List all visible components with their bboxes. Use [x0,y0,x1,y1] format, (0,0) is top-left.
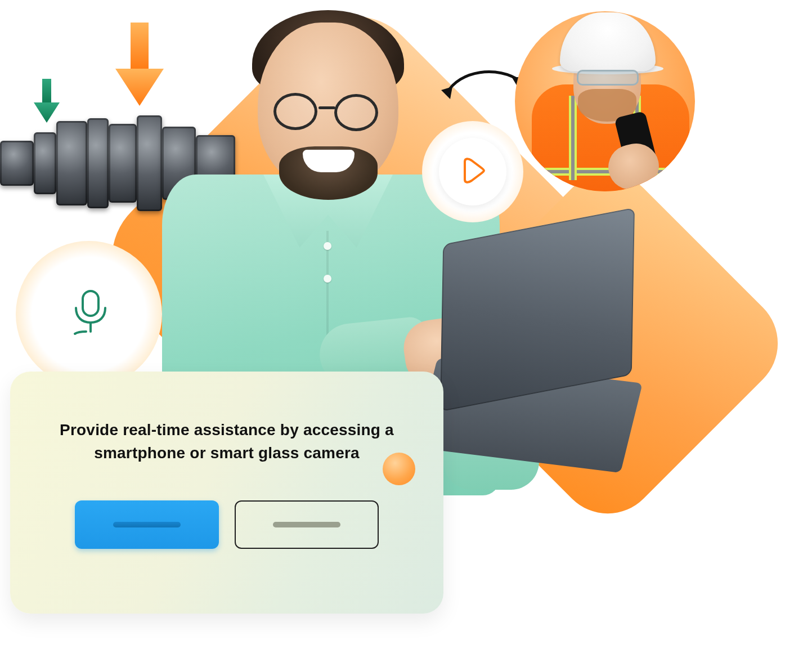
gear-segment [109,124,137,203]
shirt-button [324,242,331,250]
button-label-placeholder [273,522,340,527]
play-bubble [422,121,523,222]
arrow-down-green-icon [34,79,60,126]
accent-dot [383,453,415,485]
button-label-placeholder [113,522,181,527]
glasses-lens [334,94,378,131]
card-text: Provide real-time assistance by accessin… [55,419,398,464]
microphone-bubble-inner [39,265,138,364]
play-icon [460,157,485,186]
gear-segment [0,141,34,186]
microphone-icon [67,289,111,339]
microphone-bubble [16,241,162,387]
svg-rect-4 [83,291,98,316]
field-worker-avatar [515,11,695,191]
bidirectional-arrow-icon [437,62,527,118]
message-card: Provide real-time assistance by accessin… [10,372,443,614]
card-actions [50,500,404,549]
hero-composition: Provide real-time assistance by accessin… [0,0,812,662]
svg-rect-0 [42,79,51,104]
person-glasses [273,93,386,132]
play-bubble-inner [439,138,506,205]
shirt-button [324,275,331,283]
hard-hat [560,12,656,71]
svg-marker-5 [441,87,452,99]
glasses-bridge [318,106,335,109]
hi-vis-stripe [569,96,577,180]
primary-button[interactable] [75,500,219,549]
glasses-lens [273,93,317,130]
gear-segment [34,132,56,194]
svg-marker-1 [34,102,60,123]
gear-segment [56,121,87,205]
svg-rect-2 [131,23,149,71]
safety-glasses [577,70,639,86]
secondary-button[interactable] [235,500,379,549]
laptop-image [425,225,644,484]
gear-segment [87,118,109,208]
